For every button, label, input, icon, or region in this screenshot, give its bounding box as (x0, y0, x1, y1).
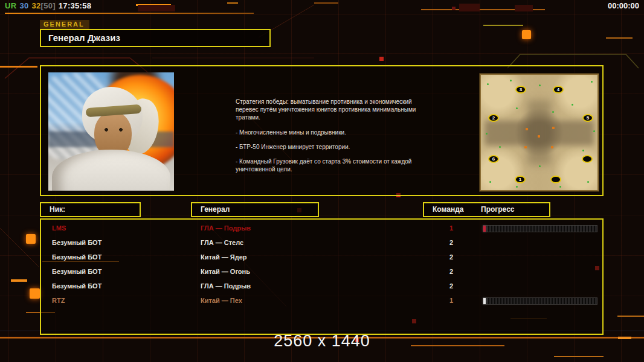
minimap-tree-dot (487, 83, 489, 85)
decor-block (515, 5, 533, 11)
decor-line (136, 4, 171, 6)
general-name-box: Генерал Джазиз (40, 29, 271, 47)
decor-line (5, 13, 254, 14)
tab-general: GENERAL (40, 20, 89, 30)
player-nick: Безумный БОТ (52, 268, 101, 275)
status-segment: 30 (19, 1, 28, 10)
strategy-block: Стратегия победы: выматывание противника… (236, 98, 424, 180)
decor-block (138, 5, 175, 11)
minimap-unit-dot (526, 128, 528, 130)
decor-line (314, 2, 338, 4)
status-segment: 32 (31, 1, 40, 10)
progress-fill (483, 226, 486, 232)
minimap: 342561 (480, 74, 599, 191)
player-team: 2 (445, 239, 458, 246)
strategy-intro: Стратегия победы: выматывание противника… (236, 98, 424, 122)
minimap-spawn-1: 1 (515, 176, 526, 183)
header-nick: Ник: (40, 202, 141, 217)
minimap-tree-dot (539, 84, 541, 86)
minimap-tree-dot (539, 165, 541, 167)
minimap-tree-dot (499, 146, 501, 148)
table-row: LMSГЛА — Подрыв1 (41, 222, 602, 237)
player-nick: Безумный БОТ (52, 282, 101, 290)
minimap-unit-dot (551, 146, 553, 148)
decor-square (522, 30, 531, 39)
minimap-tree-dot (559, 186, 561, 188)
player-team: 1 (445, 224, 458, 232)
decor-line (11, 279, 27, 282)
minimap-tree-dot (587, 181, 589, 183)
player-general: ГЛА — Подрыв (201, 282, 251, 290)
general-portrait (48, 72, 174, 191)
player-team: 1 (445, 297, 458, 304)
header-progress-label: Прогресс (481, 203, 514, 216)
status-segment: 17:35:58 (59, 1, 91, 10)
minimap-tree-dot (516, 107, 518, 109)
decor-line (0, 66, 37, 68)
player-team: 2 (445, 253, 458, 261)
player-general: ГЛА — Стелс (201, 239, 243, 246)
strategy-point: - Командный Грузовик даёт со старта 3% с… (236, 157, 424, 173)
minimap-unit-dot (552, 127, 555, 129)
header-team-progress: Команда Прогресс (423, 202, 550, 217)
players-table: LMSГЛА — Подрыв1Безумный БОТГЛА — Стелс2… (40, 218, 604, 335)
header-general: Генерал (191, 202, 319, 217)
decor-line (421, 9, 545, 10)
minimap-tree-dot (572, 104, 573, 106)
minimap-spawn (582, 155, 593, 163)
minimap-spawn-5: 5 (582, 114, 593, 122)
minimap-tree-dot (552, 111, 554, 113)
decor-red-square (379, 57, 384, 61)
progress-bar (483, 297, 597, 305)
decor-line (606, 37, 633, 39)
decor-block (459, 4, 480, 11)
strategy-point: - Многочисленные мины и подрывники. (236, 129, 424, 136)
status-segment: UR (5, 1, 16, 10)
table-row: Безумный БОТКитай — Огонь2 (41, 265, 602, 280)
resolution-label: 2560 x 1440 (274, 332, 370, 351)
decor-line (554, 356, 604, 357)
player-team: 2 (445, 268, 458, 275)
decor-square (26, 234, 36, 244)
progress-bar (483, 225, 597, 232)
minimap-tree-dot (489, 181, 491, 183)
header-team-label: Команда (433, 203, 463, 216)
progress-fill (483, 298, 486, 304)
table-row: Безумный БОТГЛА — Подрыв2 (41, 280, 602, 294)
players-table-body: LMSГЛА — Подрыв1Безумный БОТГЛА — Стелс2… (41, 222, 602, 309)
portrait-eyes (101, 128, 126, 132)
table-row: Безумный БОТКитай — Ядер2 (41, 251, 602, 265)
player-nick: RTZ (52, 297, 65, 304)
decor-line (411, 345, 504, 346)
strategy-point: - БТР-50 Инженер минирует территории. (236, 143, 424, 151)
minimap-spawn (550, 176, 561, 183)
decor-line (227, 2, 238, 4)
minimap-unit-dot (524, 146, 527, 148)
minimap-tree-dot (593, 130, 595, 132)
player-nick: LMS (52, 224, 66, 232)
match-timer: 00:00:00 (608, 1, 639, 10)
minimap-spawn-4: 4 (553, 86, 564, 94)
player-nick: Безумный БОТ (52, 253, 101, 261)
decor-red-square (452, 7, 456, 10)
player-team: 2 (445, 282, 458, 290)
status-segment: [50] (41, 1, 56, 10)
player-general: Китай — Пех (201, 297, 242, 304)
table-row: RTZКитай — Пех1 (41, 294, 602, 309)
player-general: ГЛА — Подрыв (201, 224, 251, 232)
table-row: Безумный БОТГЛА — Стелс2 (41, 237, 602, 251)
minimap-road-vertical (527, 100, 551, 165)
player-nick: Безумный БОТ (52, 239, 101, 246)
minimap-spawn-2: 2 (488, 114, 499, 122)
decor-line (483, 25, 523, 26)
general-info-panel: Стратегия победы: выматывание противника… (40, 65, 604, 196)
minimap-unit-dot (538, 135, 540, 138)
minimap-tree-dot (591, 81, 593, 83)
minimap-spawn-6: 6 (488, 155, 499, 163)
status-bar-left: UR3032[50]17:35:58 (5, 1, 94, 10)
minimap-tree-dot (510, 80, 512, 81)
minimap-spawn-3: 3 (515, 86, 526, 94)
minimap-tree-dot (486, 133, 488, 135)
minimap-tree-dot (582, 150, 584, 151)
decor-square (30, 288, 40, 299)
